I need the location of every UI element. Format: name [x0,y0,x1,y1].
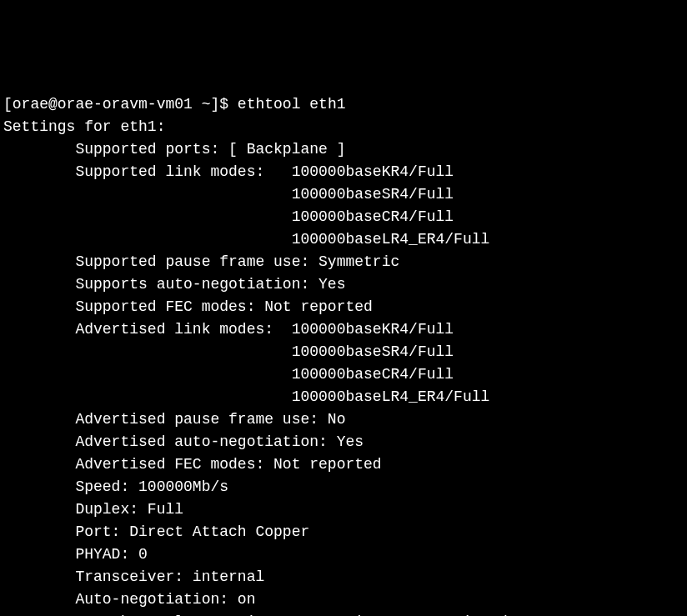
duplex: Duplex: Full [3,498,684,521]
supported-link-modes-label: Supported link modes: [3,163,292,180]
supports-autoneg: Supports auto-negotiation: Yes [3,273,684,296]
advertised-mode-0: 100000baseKR4/Full [292,321,454,338]
advertised-link-modes-label: Advertised link modes: [3,321,292,338]
shell-prompt: [orae@orae-oravm-vm01 ~]$ [3,96,238,113]
advertised-autoneg: Advertised auto-negotiation: Yes [3,431,684,453]
supported-mode-2: 100000baseCR4/Full [3,206,684,228]
settings-header: Settings for eth1: [3,116,684,138]
advertised-pause: Advertised pause frame use: No [3,408,684,431]
phyad: PHYAD: 0 [3,543,684,566]
speed: Speed: 100000Mb/s [3,476,684,498]
autoneg: Auto-negotiation: on [3,588,684,611]
supported-fec: Supported FEC modes: Not reported [3,296,684,318]
advertised-mode-3: 100000baseLR4_ER4/Full [3,386,684,408]
command-text: ethtool eth1 [238,96,346,113]
advertised-mode-2: 100000baseCR4/Full [3,363,684,386]
supported-mode-1: 100000baseSR4/Full [3,183,684,206]
supported-link-modes-line: Supported link modes: 100000baseKR4/Full [3,161,684,183]
advertised-link-modes-line: Advertised link modes: 100000baseKR4/Ful… [3,318,684,341]
supported-mode-0: 100000baseKR4/Full [292,163,454,180]
transceiver: Transceiver: internal [3,566,684,588]
advertised-fec: Advertised FEC modes: Not reported [3,453,684,476]
prompt-line[interactable]: [orae@orae-oravm-vm01 ~]$ ethtool eth1 [3,93,684,116]
supported-ports: Supported ports: [ Backplane ] [3,138,684,161]
wol-error: Cannot get wake-on-lan settings: Operati… [3,611,684,616]
port: Port: Direct Attach Copper [3,521,684,543]
supported-mode-3: 100000baseLR4_ER4/Full [3,228,684,251]
supported-pause: Supported pause frame use: Symmetric [3,251,684,273]
advertised-mode-1: 100000baseSR4/Full [3,341,684,363]
